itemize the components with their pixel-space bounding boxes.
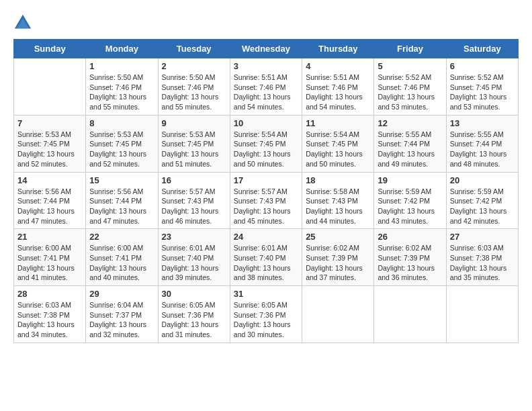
day-info: Sunrise: 6:03 AM Sunset: 7:38 PM Dayligh… bbox=[17, 300, 82, 340]
calendar-day-cell: 3Sunrise: 5:51 AM Sunset: 7:46 PM Daylig… bbox=[230, 58, 302, 116]
calendar-day-cell: 16Sunrise: 5:57 AM Sunset: 7:43 PM Dayli… bbox=[158, 172, 230, 229]
calendar-week-row: 14Sunrise: 5:56 AM Sunset: 7:44 PM Dayli… bbox=[14, 172, 519, 229]
day-number: 10 bbox=[234, 118, 298, 128]
day-info: Sunrise: 5:57 AM Sunset: 7:43 PM Dayligh… bbox=[234, 187, 298, 226]
day-info: Sunrise: 6:01 AM Sunset: 7:40 PM Dayligh… bbox=[234, 243, 298, 283]
day-info: Sunrise: 6:05 AM Sunset: 7:36 PM Dayligh… bbox=[162, 300, 226, 340]
day-number: 2 bbox=[162, 61, 226, 71]
weekday-header: Monday bbox=[86, 40, 158, 58]
calendar-day-cell: 27Sunrise: 6:03 AM Sunset: 7:38 PM Dayli… bbox=[446, 229, 518, 286]
day-info: Sunrise: 5:53 AM Sunset: 7:45 PM Dayligh… bbox=[162, 130, 226, 169]
weekday-header: Friday bbox=[374, 40, 446, 58]
weekday-header: Sunday bbox=[14, 40, 86, 58]
day-info: Sunrise: 5:54 AM Sunset: 7:45 PM Dayligh… bbox=[234, 130, 298, 169]
calendar-day-cell bbox=[446, 286, 518, 343]
day-number: 28 bbox=[17, 289, 82, 299]
calendar-day-cell: 13Sunrise: 5:55 AM Sunset: 7:44 PM Dayli… bbox=[446, 115, 518, 172]
day-number: 26 bbox=[378, 232, 442, 242]
day-number: 9 bbox=[162, 118, 226, 128]
day-info: Sunrise: 6:00 AM Sunset: 7:41 PM Dayligh… bbox=[89, 243, 154, 283]
day-number: 24 bbox=[234, 232, 298, 242]
calendar-day-cell: 25Sunrise: 6:02 AM Sunset: 7:39 PM Dayli… bbox=[302, 229, 374, 286]
day-number: 31 bbox=[234, 289, 298, 299]
day-number: 15 bbox=[89, 175, 154, 185]
day-info: Sunrise: 5:56 AM Sunset: 7:44 PM Dayligh… bbox=[17, 187, 82, 226]
day-info: Sunrise: 5:52 AM Sunset: 7:46 PM Dayligh… bbox=[378, 73, 442, 112]
calendar-day-cell: 31Sunrise: 6:05 AM Sunset: 7:36 PM Dayli… bbox=[230, 286, 302, 343]
calendar-week-row: 21Sunrise: 6:00 AM Sunset: 7:41 PM Dayli… bbox=[14, 229, 519, 286]
day-number: 16 bbox=[162, 175, 226, 185]
day-number: 25 bbox=[306, 232, 370, 242]
day-number: 23 bbox=[162, 232, 226, 242]
calendar-day-cell: 5Sunrise: 5:52 AM Sunset: 7:46 PM Daylig… bbox=[374, 58, 446, 116]
day-info: Sunrise: 5:52 AM Sunset: 7:45 PM Dayligh… bbox=[450, 73, 515, 112]
day-info: Sunrise: 5:55 AM Sunset: 7:44 PM Dayligh… bbox=[378, 130, 442, 169]
day-number: 8 bbox=[89, 118, 154, 128]
calendar-day-cell: 20Sunrise: 5:59 AM Sunset: 7:42 PM Dayli… bbox=[446, 172, 518, 229]
day-info: Sunrise: 6:03 AM Sunset: 7:38 PM Dayligh… bbox=[450, 243, 515, 283]
calendar-day-cell: 30Sunrise: 6:05 AM Sunset: 7:36 PM Dayli… bbox=[158, 286, 230, 343]
day-info: Sunrise: 5:53 AM Sunset: 7:45 PM Dayligh… bbox=[17, 130, 82, 169]
calendar-day-cell: 1Sunrise: 5:50 AM Sunset: 7:46 PM Daylig… bbox=[86, 58, 158, 116]
weekday-header: Saturday bbox=[446, 40, 518, 58]
calendar-day-cell: 11Sunrise: 5:54 AM Sunset: 7:45 PM Dayli… bbox=[302, 115, 374, 172]
calendar-day-cell: 6Sunrise: 5:52 AM Sunset: 7:45 PM Daylig… bbox=[446, 58, 518, 116]
calendar-table: SundayMondayTuesdayWednesdayThursdayFrid… bbox=[13, 39, 519, 343]
day-number: 4 bbox=[306, 61, 370, 71]
calendar-day-cell bbox=[14, 58, 86, 116]
day-info: Sunrise: 6:00 AM Sunset: 7:41 PM Dayligh… bbox=[17, 243, 82, 283]
day-info: Sunrise: 5:56 AM Sunset: 7:44 PM Dayligh… bbox=[89, 187, 154, 226]
day-number: 20 bbox=[450, 175, 515, 185]
day-number: 27 bbox=[450, 232, 515, 242]
day-number: 11 bbox=[306, 118, 370, 128]
calendar-day-cell: 24Sunrise: 6:01 AM Sunset: 7:40 PM Dayli… bbox=[230, 229, 302, 286]
calendar-week-row: 28Sunrise: 6:03 AM Sunset: 7:38 PM Dayli… bbox=[14, 286, 519, 343]
day-info: Sunrise: 5:51 AM Sunset: 7:46 PM Dayligh… bbox=[234, 73, 298, 112]
day-info: Sunrise: 5:55 AM Sunset: 7:44 PM Dayligh… bbox=[450, 130, 515, 169]
calendar-day-cell: 9Sunrise: 5:53 AM Sunset: 7:45 PM Daylig… bbox=[158, 115, 230, 172]
calendar-day-cell: 18Sunrise: 5:58 AM Sunset: 7:43 PM Dayli… bbox=[302, 172, 374, 229]
header-row: SundayMondayTuesdayWednesdayThursdayFrid… bbox=[14, 40, 519, 58]
calendar-day-cell: 12Sunrise: 5:55 AM Sunset: 7:44 PM Dayli… bbox=[374, 115, 446, 172]
calendar-week-row: 7Sunrise: 5:53 AM Sunset: 7:45 PM Daylig… bbox=[14, 115, 519, 172]
day-info: Sunrise: 6:04 AM Sunset: 7:37 PM Dayligh… bbox=[89, 300, 154, 340]
weekday-header: Thursday bbox=[302, 40, 374, 58]
day-info: Sunrise: 5:50 AM Sunset: 7:46 PM Dayligh… bbox=[89, 73, 154, 112]
calendar-day-cell: 14Sunrise: 5:56 AM Sunset: 7:44 PM Dayli… bbox=[14, 172, 86, 229]
day-info: Sunrise: 5:50 AM Sunset: 7:46 PM Dayligh… bbox=[162, 73, 226, 112]
weekday-header: Wednesday bbox=[230, 40, 302, 58]
day-info: Sunrise: 6:02 AM Sunset: 7:39 PM Dayligh… bbox=[378, 243, 442, 283]
calendar-day-cell: 4Sunrise: 5:51 AM Sunset: 7:46 PM Daylig… bbox=[302, 58, 374, 116]
day-number: 12 bbox=[378, 118, 442, 128]
calendar-day-cell: 28Sunrise: 6:03 AM Sunset: 7:38 PM Dayli… bbox=[14, 286, 86, 343]
calendar-day-cell: 10Sunrise: 5:54 AM Sunset: 7:45 PM Dayli… bbox=[230, 115, 302, 172]
day-number: 5 bbox=[378, 61, 442, 71]
day-number: 1 bbox=[89, 61, 154, 71]
day-number: 17 bbox=[234, 175, 298, 185]
day-number: 19 bbox=[378, 175, 442, 185]
day-number: 30 bbox=[162, 289, 226, 299]
calendar-day-cell: 15Sunrise: 5:56 AM Sunset: 7:44 PM Dayli… bbox=[86, 172, 158, 229]
day-number: 29 bbox=[89, 289, 154, 299]
calendar-day-cell: 19Sunrise: 5:59 AM Sunset: 7:42 PM Dayli… bbox=[374, 172, 446, 229]
day-number: 21 bbox=[17, 232, 82, 242]
day-info: Sunrise: 6:01 AM Sunset: 7:40 PM Dayligh… bbox=[162, 243, 226, 283]
day-info: Sunrise: 5:54 AM Sunset: 7:45 PM Dayligh… bbox=[306, 130, 370, 169]
day-number: 13 bbox=[450, 118, 515, 128]
day-info: Sunrise: 5:53 AM Sunset: 7:45 PM Dayligh… bbox=[89, 130, 154, 169]
day-number: 18 bbox=[306, 175, 370, 185]
day-number: 3 bbox=[234, 61, 298, 71]
day-info: Sunrise: 6:02 AM Sunset: 7:39 PM Dayligh… bbox=[306, 243, 370, 283]
calendar-day-cell: 8Sunrise: 5:53 AM Sunset: 7:45 PM Daylig… bbox=[86, 115, 158, 172]
calendar-day-cell: 21Sunrise: 6:00 AM Sunset: 7:41 PM Dayli… bbox=[14, 229, 86, 286]
calendar-day-cell bbox=[374, 286, 446, 343]
logo bbox=[13, 13, 35, 32]
day-info: Sunrise: 5:59 AM Sunset: 7:42 PM Dayligh… bbox=[450, 187, 515, 226]
calendar-day-cell: 23Sunrise: 6:01 AM Sunset: 7:40 PM Dayli… bbox=[158, 229, 230, 286]
calendar-day-cell bbox=[302, 286, 374, 343]
day-number: 6 bbox=[450, 61, 515, 71]
calendar-week-row: 1Sunrise: 5:50 AM Sunset: 7:46 PM Daylig… bbox=[14, 58, 519, 116]
calendar-day-cell: 22Sunrise: 6:00 AM Sunset: 7:41 PM Dayli… bbox=[86, 229, 158, 286]
day-number: 14 bbox=[17, 175, 82, 185]
day-info: Sunrise: 5:58 AM Sunset: 7:43 PM Dayligh… bbox=[306, 187, 370, 226]
